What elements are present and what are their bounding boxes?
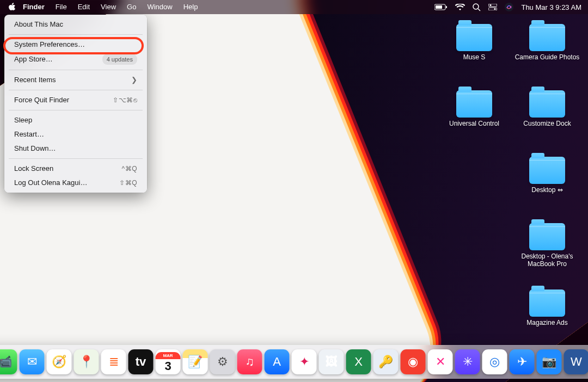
dock-app-appletv[interactable]: tv xyxy=(128,349,154,374)
desktop-folder[interactable]: Muse S xyxy=(440,24,509,88)
apple-logo-icon xyxy=(8,3,16,11)
menu-separator xyxy=(9,90,143,90)
spotlight-icon[interactable] xyxy=(473,3,481,11)
dock-app-cleanmymac[interactable]: ✕ xyxy=(428,349,453,374)
svg-point-8 xyxy=(494,8,496,10)
menu-view[interactable]: View xyxy=(95,0,121,14)
dock-app-calendar[interactable]: MAR3 xyxy=(156,349,181,374)
svg-point-7 xyxy=(490,4,492,6)
shortcut-label: ⇧⌘Q xyxy=(119,178,137,188)
folder-icon xyxy=(529,223,565,250)
dock-app-onepassword[interactable]: 🔑 xyxy=(373,349,399,374)
shortcut-label: ⇧⌥⌘⎋ xyxy=(113,95,137,105)
dock-app-zoom[interactable]: 📷 xyxy=(537,349,562,374)
desktop-folder[interactable]: Desktop - Olena's MacBook Pro xyxy=(513,223,581,287)
dock-app-reminders[interactable]: ≣ xyxy=(101,349,126,374)
desktop-folder[interactable]: Universal Control xyxy=(440,90,509,155)
menuitem-lock-screen[interactable]: Lock Screen^⌘Q xyxy=(4,162,147,176)
menubar-clock[interactable]: Thu Mar 3 9:23 AM xyxy=(521,3,581,11)
calendar-day: 3 xyxy=(164,359,171,372)
desktop-folder[interactable]: Camera Guide Photos xyxy=(513,24,581,88)
apple-menu-button[interactable] xyxy=(7,3,17,11)
svg-rect-6 xyxy=(488,8,497,10)
menu-go[interactable]: Go xyxy=(121,0,142,14)
menu-separator xyxy=(9,110,143,110)
dock-app-maps[interactable]: 📍 xyxy=(74,349,99,374)
desktop-folder[interactable]: Desktop ⇔ xyxy=(513,157,581,221)
folder-icon xyxy=(529,90,565,118)
shortcut-label: ^⌘Q xyxy=(122,164,137,174)
menuitem-about-this-mac[interactable]: About This Mac xyxy=(4,17,147,32)
menuitem-system-preferences[interactable]: System Preferences… xyxy=(4,38,147,52)
dock-app-music[interactable]: ♫ xyxy=(237,349,262,374)
desktop-folder[interactable]: Magazine Ads xyxy=(513,289,581,354)
dock-app-systemprefs[interactable]: ⚙ xyxy=(210,349,235,374)
folder-icon xyxy=(529,24,565,51)
desktop-folder[interactable]: Customize Dock xyxy=(513,90,581,155)
svg-line-4 xyxy=(478,9,480,11)
menu-separator xyxy=(9,34,143,35)
chevron-right-icon: ❯ xyxy=(131,75,137,85)
dock-app-word[interactable]: W xyxy=(564,349,589,374)
menu-edit[interactable]: Edit xyxy=(72,0,95,14)
dock-app-slack[interactable]: ✦ xyxy=(292,349,317,374)
dock-app-safari[interactable]: 🧭 xyxy=(47,349,72,374)
control-center-icon[interactable] xyxy=(488,4,497,10)
svg-rect-1 xyxy=(436,5,442,9)
siri-icon[interactable] xyxy=(505,3,513,11)
folder-icon xyxy=(456,90,492,118)
menubar: Finder File Edit View Go Window Help Thu… xyxy=(0,0,588,14)
dock-app-excel[interactable]: X xyxy=(346,349,371,374)
apple-menu-dropdown: About This Mac System Preferences… App S… xyxy=(4,15,147,193)
folder-icon xyxy=(529,289,565,317)
menu-separator xyxy=(9,158,143,159)
dock-app-notes[interactable]: 📝 xyxy=(183,349,208,374)
wifi-icon[interactable] xyxy=(455,4,465,11)
menuitem-force-quit[interactable]: Force Quit Finder⇧⌥⌘⎋ xyxy=(4,93,147,107)
menuitem-sleep[interactable]: Sleep xyxy=(4,113,147,127)
svg-point-9 xyxy=(505,3,513,11)
menu-file[interactable]: File xyxy=(50,0,72,14)
calendar-month: MAR xyxy=(156,352,181,359)
folder-icon xyxy=(456,24,492,51)
svg-rect-2 xyxy=(446,6,447,8)
menuitem-restart[interactable]: Restart… xyxy=(4,127,147,141)
appstore-updates-badge: 4 updates xyxy=(102,54,137,65)
desktop-icon-grid: Muse S Camera Guide Photos Universal Con… xyxy=(440,24,581,333)
dock: ☺❖💬✿📹✉🧭📍≣tvMAR3📝⚙♫A✦🖼X🔑◉✕✳◎✈📷WAa📁📁 xyxy=(0,345,588,379)
menuitem-app-store[interactable]: App Store…4 updates xyxy=(4,52,147,67)
svg-point-3 xyxy=(473,4,479,9)
dock-app-facetime[interactable]: 📹 xyxy=(0,349,17,374)
dock-app-spark[interactable]: ✈ xyxy=(510,349,535,374)
menuitem-log-out[interactable]: Log Out Olena Kagui…⇧⌘Q xyxy=(4,176,147,190)
menu-help[interactable]: Help xyxy=(178,0,204,14)
dock-app-chrome[interactable]: ◎ xyxy=(482,349,507,374)
menuitem-shut-down[interactable]: Shut Down… xyxy=(4,141,147,156)
svg-rect-5 xyxy=(488,4,497,7)
folder-icon xyxy=(529,157,565,184)
dock-app-loom[interactable]: ✳ xyxy=(455,349,480,374)
battery-icon[interactable] xyxy=(434,4,448,10)
dock-app-appstore[interactable]: A xyxy=(265,349,290,374)
dock-app-preview[interactable]: 🖼 xyxy=(319,349,344,374)
dock-app-pocketcasts[interactable]: ◉ xyxy=(401,349,426,374)
dock-app-mail[interactable]: ✉ xyxy=(20,349,45,374)
menu-separator xyxy=(9,70,143,70)
menu-window[interactable]: Window xyxy=(142,0,177,14)
menuitem-recent-items[interactable]: Recent Items❯ xyxy=(4,73,147,87)
menubar-app-name[interactable]: Finder xyxy=(17,0,50,14)
